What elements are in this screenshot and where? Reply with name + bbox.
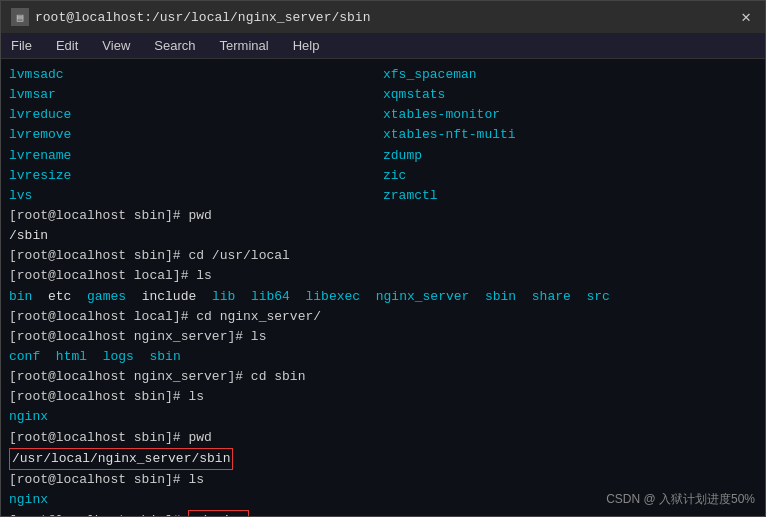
file-xqmstats: xqmstats xyxy=(383,85,757,105)
file-list-row-5: lvrename zdump xyxy=(9,146,757,166)
menu-help[interactable]: Help xyxy=(289,36,324,55)
cmd-ls-local: [root@localhost local]# ls xyxy=(9,266,757,286)
file-list-row-3: lvreduce xtables-monitor xyxy=(9,105,757,125)
file-lvs: lvs xyxy=(9,186,383,206)
terminal-window: ▤ root@localhost:/usr/local/nginx_server… xyxy=(0,0,766,517)
file-xtables-monitor: xtables-monitor xyxy=(383,105,757,125)
file-list-row-7: lvs zramctl xyxy=(9,186,757,206)
file-xtables-nft-multi: xtables-nft-multi xyxy=(383,125,757,145)
file-lvresize: lvresize xyxy=(9,166,383,186)
watermark: CSDN @ 入狱计划进度50% xyxy=(606,491,755,508)
output-nginx-file: nginx xyxy=(9,407,757,427)
menu-edit[interactable]: Edit xyxy=(52,36,82,55)
file-lvremove: lvremove xyxy=(9,125,383,145)
window-title: root@localhost:/usr/local/nginx_server/s… xyxy=(35,10,370,25)
cmd-cd-sbin: [root@localhost nginx_server]# cd sbin xyxy=(9,367,757,387)
title-bar: ▤ root@localhost:/usr/local/nginx_server… xyxy=(1,1,765,33)
file-list-row-1: lvmsadc xfs_spaceman xyxy=(9,65,757,85)
file-xfs-spaceman: xfs_spaceman xyxy=(383,65,757,85)
file-list-row-2: lvmsar xqmstats xyxy=(9,85,757,105)
menu-file[interactable]: File xyxy=(7,36,36,55)
cmd-run-nginx: [root@localhost sbin]# ./nginx xyxy=(9,510,757,516)
output-nginx-ls: conf html logs sbin xyxy=(9,347,757,367)
menu-bar: File Edit View Search Terminal Help xyxy=(1,33,765,59)
output-sbin: /sbin xyxy=(9,226,757,246)
cmd-ls-nginx: [root@localhost nginx_server]# ls xyxy=(9,327,757,347)
file-lvreduce: lvreduce xyxy=(9,105,383,125)
file-zic: zic xyxy=(383,166,757,186)
close-button[interactable]: ✕ xyxy=(737,7,755,27)
title-bar-left: ▤ root@localhost:/usr/local/nginx_server… xyxy=(11,8,370,26)
menu-search[interactable]: Search xyxy=(150,36,199,55)
terminal-icon: ▤ xyxy=(11,8,29,26)
menu-terminal[interactable]: Terminal xyxy=(216,36,273,55)
output-local-ls: bin etc games include lib lib64 libexec … xyxy=(9,287,757,307)
file-list-row-4: lvremove xtables-nft-multi xyxy=(9,125,757,145)
cmd-cd-nginx: [root@localhost local]# cd nginx_server/ xyxy=(9,307,757,327)
cmd-pwd-1: [root@localhost sbin]# pwd xyxy=(9,206,757,226)
terminal-body[interactable]: lvmsadc xfs_spaceman lvmsar xqmstats lvr… xyxy=(1,59,765,516)
file-zramctl: zramctl xyxy=(383,186,757,206)
file-list-row-6: lvresize zic xyxy=(9,166,757,186)
file-lvrename: lvrename xyxy=(9,146,383,166)
cmd-pwd-2: [root@localhost sbin]# pwd xyxy=(9,428,757,448)
menu-view[interactable]: View xyxy=(98,36,134,55)
cmd-cd-local: [root@localhost sbin]# cd /usr/local xyxy=(9,246,757,266)
file-lvmsadc: lvmsadc xyxy=(9,65,383,85)
file-lvmsar: lvmsar xyxy=(9,85,383,105)
cmd-ls-after-pwd: [root@localhost sbin]# ls xyxy=(9,470,757,490)
output-pwd-highlighted: /usr/local/nginx_server/sbin xyxy=(9,448,757,470)
file-zdump: zdump xyxy=(383,146,757,166)
cmd-ls-sbin: [root@localhost sbin]# ls xyxy=(9,387,757,407)
